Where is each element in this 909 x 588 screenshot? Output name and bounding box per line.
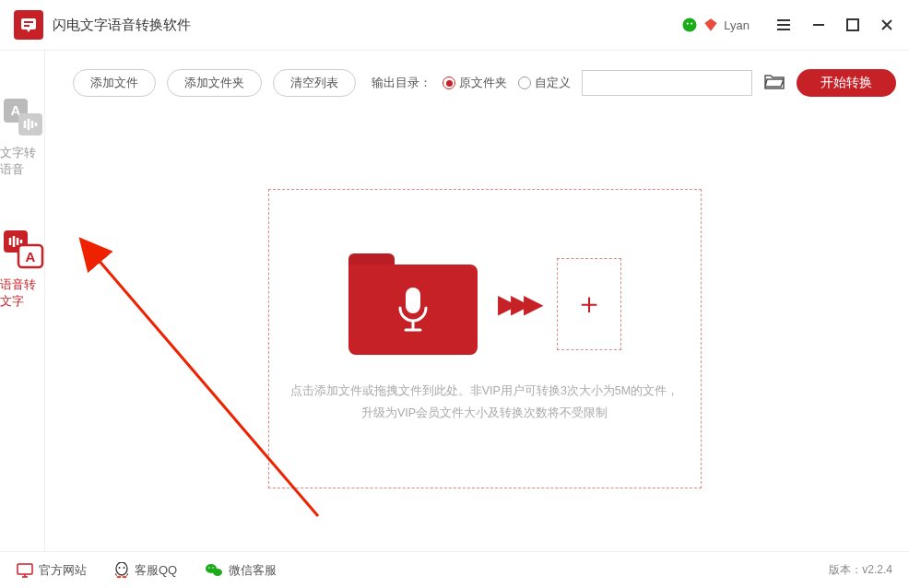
wechat-icon — [681, 17, 698, 33]
sidebar-item-stt[interactable]: A 语音转文字 — [0, 229, 44, 310]
svg-rect-0 — [21, 18, 36, 29]
username: Lyan — [724, 18, 750, 32]
plus-icon: ＋ — [574, 284, 604, 324]
svg-point-22 — [208, 567, 210, 569]
radio-checked-icon — [443, 76, 455, 89]
svg-rect-13 — [406, 288, 420, 313]
svg-point-23 — [212, 567, 214, 569]
app-logo-icon — [14, 10, 43, 40]
footer-wechat-link[interactable]: 微信客服 — [205, 562, 277, 579]
svg-point-18 — [117, 575, 122, 577]
radio-custom-folder[interactable]: 自定义 — [518, 75, 571, 91]
svg-point-17 — [124, 567, 125, 569]
output-dir-label: 输出目录： — [372, 75, 431, 91]
main-panel: 添加文件 添加文件夹 清空列表 输出目录： 原文件夹 自定义 开始转换 — [45, 51, 909, 551]
open-folder-button[interactable] — [763, 72, 785, 94]
svg-text:A: A — [26, 249, 36, 265]
sidebar-item-label: 语音转文字 — [0, 276, 44, 310]
sidebar-item-label: 文字转语音 — [0, 145, 44, 178]
qq-icon — [114, 562, 129, 579]
svg-point-16 — [119, 567, 121, 569]
dropzone[interactable]: ▶▶▶ ＋ 点击添加文件或拖拽文件到此处。非VIP用户可转换3次大小为5M的文件… — [268, 189, 702, 488]
menu-button[interactable] — [775, 17, 792, 33]
svg-point-3 — [683, 18, 697, 32]
footer-qq-link[interactable]: 客服QQ — [114, 562, 177, 579]
user-area[interactable]: Lyan — [681, 17, 750, 33]
wechat-cs-icon — [205, 563, 223, 578]
close-button[interactable] — [879, 17, 895, 33]
svg-rect-2 — [24, 25, 30, 27]
arrows-icon: ▶▶▶ — [498, 288, 537, 319]
svg-point-4 — [687, 22, 689, 24]
toolbar: 添加文件 添加文件夹 清空列表 输出目录： 原文件夹 自定义 开始转换 — [73, 69, 896, 97]
svg-rect-1 — [24, 21, 33, 23]
add-folder-button[interactable]: 添加文件夹 — [167, 69, 262, 97]
titlebar: 闪电文字语音转换软件 Lyan — [0, 0, 909, 51]
footer: 官方网站 客服QQ 微信客服 版本：v2.2.4 — [0, 551, 909, 588]
svg-rect-6 — [847, 19, 858, 30]
add-file-button[interactable]: 添加文件 — [73, 69, 156, 97]
monitor-icon — [17, 563, 33, 578]
clear-button[interactable]: 清空列表 — [273, 69, 356, 97]
minimize-button[interactable] — [810, 17, 827, 33]
dropzone-text: 点击添加文件或拖拽文件到此处。非VIP用户可转换3次大小为5M的文件， 升级为V… — [290, 381, 679, 425]
version-label: 版本：v2.2.4 — [829, 562, 892, 578]
dropzone-graphics: ▶▶▶ ＋ — [348, 253, 621, 355]
start-convert-button[interactable]: 开始转换 — [797, 69, 896, 97]
svg-point-15 — [116, 562, 127, 575]
tts-icon: A — [0, 97, 44, 137]
svg-point-19 — [123, 575, 127, 577]
sidebar-item-tts[interactable]: A 文字转语音 — [0, 97, 44, 178]
sidebar: A 文字转语音 A 语音转文字 — [0, 51, 45, 551]
radio-original-folder[interactable]: 原文件夹 — [443, 75, 507, 91]
svg-rect-9 — [18, 113, 42, 135]
radio-unchecked-icon — [518, 76, 531, 89]
diamond-icon — [703, 18, 718, 32]
output-path-input[interactable] — [582, 70, 752, 96]
svg-rect-14 — [18, 564, 32, 574]
footer-website-link[interactable]: 官方网站 — [17, 562, 87, 579]
folder-mic-icon — [348, 253, 478, 355]
app-title: 闪电文字语音转换软件 — [53, 17, 191, 34]
add-box-button[interactable]: ＋ — [557, 258, 621, 350]
svg-point-21 — [213, 569, 222, 576]
svg-point-5 — [691, 22, 692, 24]
stt-icon: A — [0, 229, 44, 269]
maximize-button[interactable] — [845, 18, 860, 32]
